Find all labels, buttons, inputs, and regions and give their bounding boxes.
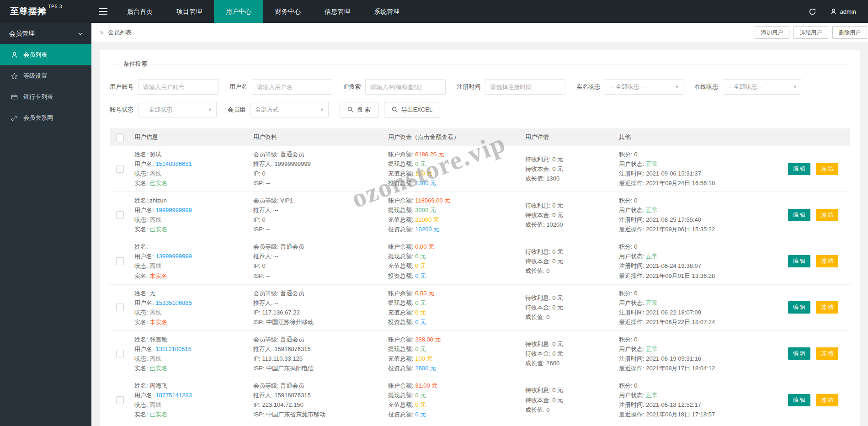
- edit-button[interactable]: 编 辑: [788, 209, 810, 221]
- top-nav-item-0[interactable]: 后台首页: [115, 0, 165, 23]
- export-excel-button[interactable]: 导出EXCEL: [384, 102, 441, 117]
- sidebar-item-1[interactable]: 等级设置: [0, 65, 91, 86]
- select-all-checkbox[interactable]: [116, 133, 124, 141]
- breadcrumb-action-0[interactable]: 添加用户: [755, 26, 789, 39]
- edit-button[interactable]: 编 辑: [788, 163, 810, 175]
- invest-value[interactable]: 0 元: [415, 319, 426, 325]
- withdraw-value[interactable]: 0 元: [415, 299, 426, 306]
- search-input[interactable]: [485, 79, 565, 95]
- freeze-button[interactable]: 冻 结: [816, 347, 838, 360]
- search-button[interactable]: 搜 索: [340, 102, 378, 117]
- main-content: » 会员列表 添加用户冻结用户删除用户 条件搜索 用户账号 用户名 IP搜索 注…: [91, 0, 868, 426]
- freeze-button[interactable]: 冻 结: [816, 394, 838, 406]
- sidebar-item-0[interactable]: 会员列表: [0, 44, 91, 65]
- row-checkbox[interactable]: [116, 257, 124, 265]
- invest-value[interactable]: 10200 元: [415, 226, 439, 233]
- freeze-button[interactable]: 冻 结: [816, 209, 838, 221]
- top-nav-item-5[interactable]: 系统管理: [362, 0, 411, 23]
- balance-value[interactable]: 31.00 元: [415, 382, 437, 389]
- recharge-value[interactable]: 21000 元: [415, 216, 439, 223]
- balance-value[interactable]: 118569.00 元: [415, 197, 450, 204]
- invest-value[interactable]: 1300 元: [415, 180, 436, 186]
- ip-value: 223.104.72.150: [262, 401, 304, 408]
- search-input[interactable]: [138, 79, 218, 95]
- recharge-value[interactable]: 0 元: [415, 309, 426, 316]
- select-dropdown[interactable]: -- 全部状态 -- ▼: [723, 79, 801, 95]
- breadcrumb-action-2[interactable]: 删除用户: [832, 26, 867, 39]
- principal-line: 待收本金: 0 元: [525, 256, 610, 266]
- row-checkbox[interactable]: [116, 304, 124, 311]
- admin-menu[interactable]: admin: [830, 8, 856, 15]
- top-nav-item-2[interactable]: 用户中心: [214, 0, 263, 23]
- balance-value[interactable]: 238.00 元: [415, 336, 441, 343]
- recharge-value[interactable]: 100 元: [415, 170, 432, 177]
- select-dropdown[interactable]: -- 全部状态 -- ▼: [138, 102, 217, 117]
- search-input[interactable]: [252, 79, 332, 95]
- withdraw-value[interactable]: 0 元: [415, 346, 426, 352]
- interest-value: 0 元: [552, 202, 563, 209]
- breadcrumb-action-1[interactable]: 冻结用户: [793, 26, 828, 39]
- edit-button[interactable]: 编 辑: [788, 301, 810, 314]
- name-value: --: [149, 243, 154, 250]
- referrer-line: 推荐人: --: [253, 298, 379, 308]
- refresh-icon[interactable]: [809, 8, 816, 16]
- username-value[interactable]: 13999999999: [155, 253, 192, 260]
- user-icon: [830, 8, 837, 15]
- row-checkbox[interactable]: [116, 165, 124, 173]
- row-checkbox[interactable]: [116, 396, 124, 404]
- sidebar-group-member-management[interactable]: 会员管理: [0, 23, 91, 44]
- username-value[interactable]: 15335106885: [155, 299, 192, 306]
- recharge-value[interactable]: 0 元: [415, 401, 426, 408]
- recharge-value[interactable]: 0 元: [415, 262, 426, 269]
- freeze-button[interactable]: 冻 结: [816, 255, 838, 267]
- balance-value[interactable]: 6186.20 元: [415, 151, 444, 158]
- edit-button[interactable]: 编 辑: [788, 347, 810, 360]
- withdraw-value[interactable]: 0 元: [415, 392, 426, 399]
- last_op-line: 最近操作: 2021年06月18日 17:18:57: [619, 410, 779, 419]
- edit-button[interactable]: 编 辑: [788, 255, 810, 267]
- sidebar-item-3[interactable]: 会员关系网: [0, 107, 91, 128]
- invest-value[interactable]: 0 元: [415, 272, 426, 279]
- withdraw-value[interactable]: 0 元: [415, 160, 426, 167]
- top-nav-item-4[interactable]: 信息管理: [313, 0, 362, 23]
- top-nav-item-1[interactable]: 项目管理: [165, 0, 214, 23]
- referrer-value: --: [274, 299, 278, 306]
- withdraw-line: 提现总额: 0 元: [388, 298, 516, 308]
- username-value[interactable]: 18775141283: [155, 392, 192, 399]
- isp-line: ISP: --: [253, 178, 379, 188]
- reg_time-value: 2021-06-24 19:38:07: [646, 262, 701, 269]
- withdraw-value[interactable]: 0 元: [415, 253, 426, 260]
- menu-toggle-icon[interactable]: [91, 0, 115, 23]
- principal-value: 0 元: [552, 212, 563, 218]
- row-checkbox[interactable]: [116, 211, 124, 219]
- freeze-button[interactable]: 冻 结: [816, 301, 838, 314]
- sidebar-item-2[interactable]: 银行卡列表: [0, 86, 91, 107]
- principal-value: 0 元: [552, 397, 563, 404]
- chevron-down-icon: ▼: [793, 85, 797, 89]
- top-nav-item-3[interactable]: 财务中心: [263, 0, 313, 23]
- username-value[interactable]: 15148386651: [155, 160, 192, 167]
- points-line: 积分: 0: [619, 242, 779, 251]
- invest-value[interactable]: 0 元: [415, 411, 426, 418]
- row-checkbox[interactable]: [116, 350, 124, 357]
- level-line: 会员等级: 普通会员: [253, 242, 379, 251]
- isp-value: --: [266, 272, 270, 279]
- freeze-button[interactable]: 冻 结: [816, 163, 838, 175]
- username-value[interactable]: 19999999999: [155, 207, 192, 213]
- realname-line: 实名: 已实名: [134, 363, 244, 373]
- username-value[interactable]: 13112100515: [155, 346, 192, 352]
- recharge-value[interactable]: 100 元: [415, 355, 432, 362]
- select-dropdown[interactable]: -- 全部状态 -- ▼: [605, 79, 683, 95]
- referrer-value: 15916876315: [274, 346, 311, 352]
- balance-value[interactable]: 0.00 元: [415, 243, 434, 250]
- reg_time-line: 注册时间: 2021-06-19 09:31:16: [619, 354, 779, 363]
- last_op-value: 2021年08月17日 18:04:12: [646, 365, 715, 372]
- balance-value[interactable]: 0.00 元: [415, 290, 434, 297]
- select-dropdown[interactable]: 全部方式 ▼: [250, 102, 329, 117]
- invest-value[interactable]: 2600 元: [415, 365, 436, 372]
- last_op-line: 最近操作: 2021年09月06日 15:35:22: [619, 224, 779, 234]
- withdraw-value[interactable]: 3000 元: [415, 207, 436, 213]
- edit-button[interactable]: 编 辑: [788, 394, 810, 406]
- page-title: 会员列表: [108, 28, 132, 37]
- search-input[interactable]: [365, 79, 446, 95]
